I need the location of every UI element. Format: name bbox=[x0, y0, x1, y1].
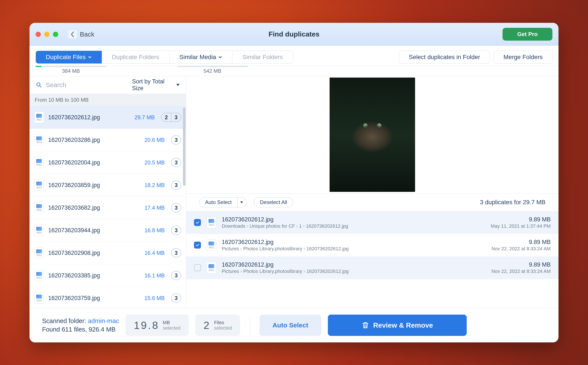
file-name: 1620736203682.jpg bbox=[48, 204, 136, 211]
caret-down-icon bbox=[240, 201, 243, 203]
review-remove-label: Review & Remove bbox=[373, 321, 433, 329]
file-size: 20.6 MB bbox=[141, 137, 165, 143]
file-row[interactable]: JPEG 1620736202908.jpg 16.4 MB 3 bbox=[29, 242, 186, 264]
file-row[interactable]: JPEG 1620736202004.jpg 20.5 MB 3 bbox=[29, 151, 186, 174]
duplicate-row[interactable]: JPEG 1620736202612.jpg Downloads›Unique … bbox=[186, 211, 559, 234]
traffic-lights bbox=[36, 32, 58, 37]
duplicate-row[interactable]: JPEG 1620736202612.jpg Pictures›Photos L… bbox=[186, 257, 559, 279]
file-row[interactable]: JPEG 1620736203859.jpg 18.2 MB 3 bbox=[29, 174, 186, 197]
tab-label: Similar Media bbox=[179, 54, 216, 61]
file-row[interactable]: JPEG 1620736203682.jpg 17.4 MB 3 bbox=[29, 197, 186, 219]
jpeg-file-icon: JPEG bbox=[34, 225, 44, 236]
file-row[interactable]: JPEG 1620736203286.jpg 20.6 MB 3 bbox=[29, 129, 186, 151]
badge-group: 3 bbox=[171, 248, 181, 257]
duplicate-filename: 1620736202612.jpg bbox=[222, 261, 486, 268]
svg-point-0 bbox=[37, 83, 40, 86]
duplicate-date: Nov 22, 2022 at 8:33:24 AM bbox=[491, 268, 551, 274]
auto-select-split-button[interactable]: Auto Select bbox=[199, 197, 246, 207]
tab-similar-media[interactable]: Similar Media bbox=[169, 51, 233, 63]
tab-duplicate-folders[interactable]: Duplicate Folders bbox=[102, 51, 169, 63]
found-files-line: Found 611 files, 926.4 MB bbox=[42, 326, 119, 333]
duplicate-count-badge: 3 bbox=[171, 271, 181, 280]
duplicate-meta: 9.89 MB Nov 22, 2022 at 8:33:24 AM bbox=[491, 261, 551, 274]
scrollbar-thumb[interactable] bbox=[183, 108, 186, 186]
close-window-button[interactable] bbox=[36, 32, 41, 37]
select-duplicates-in-folder-button[interactable]: Select duplicates in Folder bbox=[399, 51, 490, 64]
duplicate-date: Nov 22, 2022 at 8:33:24 AM bbox=[491, 246, 551, 252]
file-name: 1620736202004.jpg bbox=[48, 159, 136, 166]
scanned-folder-label: Scanned folder: bbox=[42, 317, 86, 324]
file-name: 1620736202908.jpg bbox=[48, 250, 136, 256]
selected-files-number: 2 bbox=[203, 319, 211, 331]
deselect-all-button[interactable]: Deselect All bbox=[254, 197, 293, 207]
file-row[interactable]: JPEG 1620736203385.jpg 16.1 MB 3 bbox=[29, 264, 186, 287]
caret-down-icon bbox=[176, 84, 179, 86]
tab-label: Duplicate Files bbox=[46, 54, 86, 61]
file-row[interactable]: JPEG 1620736202612.jpg 29.7 MB 23 bbox=[29, 106, 186, 129]
tab-duplicate-files[interactable]: Duplicate Files bbox=[36, 51, 102, 63]
back-button[interactable]: Back bbox=[68, 30, 95, 39]
jpeg-file-icon: JPEG bbox=[34, 112, 44, 123]
file-row[interactable]: JPEG 1620736203759.jpg 15.6 MB 3 bbox=[29, 287, 186, 308]
selected-size-number: 19.8 bbox=[134, 319, 159, 331]
scanned-folder-link[interactable]: admin-mac bbox=[88, 317, 119, 324]
jpeg-file-icon: JPEG bbox=[34, 179, 44, 191]
sort-dropdown[interactable]: Sort by Total Size bbox=[132, 78, 179, 92]
badge-group: 3 bbox=[171, 135, 181, 144]
badge-group: 3 bbox=[171, 226, 181, 235]
scan-info: Scanned folder: admin-mac Found 611 file… bbox=[42, 317, 119, 333]
size-indicator-duplicate-files: 384 MB bbox=[36, 66, 106, 74]
size-label: 384 MB bbox=[62, 68, 80, 74]
jpeg-file-icon: JPEG bbox=[207, 262, 216, 273]
mode-tabs: Duplicate Files Duplicate Folders Simila… bbox=[36, 51, 293, 64]
duplicate-count-badge: 3 bbox=[171, 113, 181, 122]
file-list-panel: Sort by Total Size From 10 MB to 100 MB … bbox=[29, 76, 186, 308]
badge-group: 3 bbox=[171, 271, 181, 280]
duplicate-path: Downloads›Unique photos for CF›1›1620736… bbox=[222, 223, 485, 229]
footer-auto-select-button[interactable]: Auto Select bbox=[259, 315, 321, 336]
review-and-remove-button[interactable]: Review & Remove bbox=[328, 315, 467, 336]
detail-panel: Auto Select Deselect All 3 duplicates fo… bbox=[186, 76, 559, 308]
select-checkbox[interactable] bbox=[194, 264, 201, 271]
file-name: 1620736203759.jpg bbox=[48, 295, 136, 302]
get-pro-button[interactable]: Get Pro bbox=[502, 28, 552, 41]
select-checkbox[interactable] bbox=[194, 242, 201, 249]
duplicate-row[interactable]: JPEG 1620736202612.jpg Pictures›Photos L… bbox=[186, 234, 559, 257]
fullscreen-window-button[interactable] bbox=[53, 32, 58, 37]
merge-folders-button[interactable]: Merge Folders bbox=[494, 51, 552, 64]
badge-group: 23 bbox=[161, 113, 181, 122]
file-size: 16.4 MB bbox=[141, 250, 165, 256]
duplicate-size: 9.89 MB bbox=[491, 261, 551, 268]
tab-similar-folders[interactable]: Similar Folders bbox=[232, 51, 293, 63]
sort-label: Sort by Total Size bbox=[132, 78, 175, 92]
jpeg-file-icon: JPEG bbox=[34, 202, 44, 213]
footer-divider bbox=[250, 315, 250, 336]
file-size: 29.7 MB bbox=[131, 114, 155, 121]
auto-select-menu-caret[interactable] bbox=[238, 197, 246, 207]
file-row[interactable]: JPEG 1620736203944.jpg 16.8 MB 3 bbox=[29, 219, 186, 242]
size-group-header: From 10 MB to 100 MB bbox=[29, 94, 186, 106]
preview-thumbnail bbox=[330, 77, 415, 192]
file-size: 15.6 MB bbox=[141, 295, 165, 301]
selected-files-unit: Files bbox=[214, 320, 232, 325]
file-list[interactable]: JPEG 1620736202612.jpg 29.7 MB 23 JPEG 1… bbox=[29, 106, 186, 308]
selected-count-badge: 2 bbox=[161, 113, 171, 122]
duplicate-path: Pictures›Photos Library.photoslibrary›16… bbox=[222, 268, 486, 274]
duplicate-meta: 9.89 MB Nov 22, 2022 at 8:33:24 AM bbox=[491, 239, 551, 252]
duplicates-toolbar: Auto Select Deselect All 3 duplicates fo… bbox=[186, 194, 559, 211]
file-size: 17.4 MB bbox=[141, 205, 165, 211]
auto-select-button[interactable]: Auto Select bbox=[199, 197, 238, 207]
minimize-window-button[interactable] bbox=[44, 32, 49, 37]
search-sort-row: Sort by Total Size bbox=[29, 76, 186, 94]
badge-group: 3 bbox=[171, 203, 181, 212]
duplicates-summary: 3 duplicates for 29.7 MB bbox=[480, 199, 546, 206]
selected-files-card: 2 Files selected bbox=[195, 315, 240, 336]
select-checkbox[interactable] bbox=[194, 219, 201, 226]
size-indicator-similar-media: 542 MB bbox=[177, 66, 248, 74]
duplicate-count-badge: 3 bbox=[171, 181, 181, 190]
search-input[interactable] bbox=[46, 81, 128, 89]
jpeg-file-icon: JPEG bbox=[207, 239, 216, 251]
duplicate-info: 1620736202612.jpg Downloads›Unique photo… bbox=[222, 216, 485, 229]
badge-group: 3 bbox=[171, 294, 181, 303]
file-size: 16.8 MB bbox=[141, 227, 165, 234]
